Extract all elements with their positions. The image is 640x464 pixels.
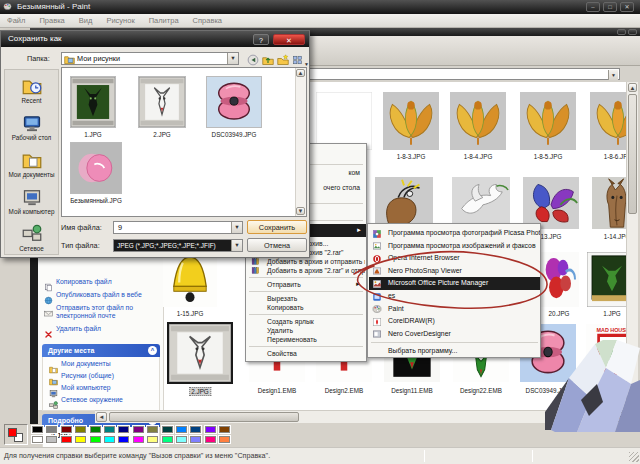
paint-titlebar[interactable]: Безымянный - Paint –□✕ <box>0 0 640 14</box>
menu-item[interactable]: Удалить <box>247 326 365 335</box>
new-folder-icon[interactable] <box>277 52 289 70</box>
dialog-file-thumbnail-DSC03949.JPG[interactable] <box>206 76 262 128</box>
palette-color-swatch[interactable] <box>60 435 73 444</box>
filetype-combobox[interactable]: JPEG (*.JPG;*.JPEG;*.JPE;*.JFIF) ▼ <box>113 239 243 252</box>
file-thumbnail-1-14.JPG[interactable] <box>592 177 626 229</box>
menu-файл[interactable]: Файл <box>0 14 32 28</box>
menu-item[interactable]: Копировать <box>247 303 365 312</box>
menu-вид[interactable]: Вид <box>72 14 100 28</box>
folder-dropdown-icon[interactable]: ▼ <box>227 53 238 64</box>
file-label[interactable]: 2.JPG <box>189 387 211 396</box>
file-thumbnail-dove[interactable] <box>452 177 510 229</box>
scroll-left-icon[interactable]: ◄ <box>96 412 107 422</box>
dialog-file-label[interactable]: DSC03949.JPG <box>212 131 257 138</box>
views-icon[interactable]: ▼ <box>292 52 309 70</box>
close-icon[interactable]: ✕ <box>620 2 634 12</box>
file-label[interactable]: Design22.EMB <box>460 387 502 394</box>
open-with-item-4[interactable]: Microsoft Office Picture Manager <box>369 277 540 290</box>
task-link-mail[interactable]: Отправить этот файл поэлектронной почте <box>44 304 160 322</box>
palette-color-swatch[interactable] <box>161 425 174 434</box>
place-link-label[interactable]: Рисунки (общие) <box>61 372 114 380</box>
open-with-item-1[interactable]: Программа просмотра изображений и факсов <box>369 240 540 253</box>
open-with-item-8[interactable]: Nero CoverDesigner <box>369 328 540 341</box>
menu-item-fragment[interactable]: очего стола <box>323 184 360 191</box>
menu-item[interactable]: Создать ярлык <box>247 317 365 326</box>
open-with-item-2[interactable]: Opera Internet Browser <box>369 252 540 265</box>
help-icon[interactable]: ? <box>253 34 269 45</box>
palette-color-swatch[interactable] <box>103 425 116 434</box>
back-icon[interactable] <box>247 52 259 70</box>
dialog-file-label[interactable]: 2.JPG <box>153 131 171 138</box>
up-folder-icon[interactable] <box>262 52 274 70</box>
save-button[interactable]: Сохранить <box>247 220 307 234</box>
place-link-label[interactable]: Сетевое окружение <box>61 396 123 404</box>
menu-item[interactable]: Добавить в архив "2.rar" и отправить по … <box>247 266 365 275</box>
palette-color-swatch[interactable] <box>132 425 145 434</box>
dialog-file-label[interactable]: 1.JPG <box>84 131 102 138</box>
place-network[interactable]: Сетевое <box>5 224 58 252</box>
vscroll-thumb[interactable] <box>628 94 637 214</box>
menu-рисунок[interactable]: Рисунок <box>99 14 141 28</box>
palette-color-swatch[interactable] <box>204 435 217 444</box>
file-thumbnail-1-8-5.JPG[interactable] <box>520 92 576 150</box>
cancel-button[interactable]: Отмена <box>247 238 307 252</box>
file-label[interactable]: 1-15.JPG <box>177 310 204 317</box>
palette-color-swatch[interactable] <box>117 425 130 434</box>
scroll-up-icon[interactable]: ▲ <box>628 83 637 92</box>
open-with-item-7[interactable]: CorelDRAW(R) <box>369 315 540 328</box>
palette-color-swatch[interactable] <box>189 425 202 434</box>
task-link-del[interactable]: Удалить файл <box>44 325 160 343</box>
open-with-item-3[interactable]: Nero PhotoSnap Viewer <box>369 265 540 278</box>
palette-color-swatch[interactable] <box>146 425 159 434</box>
palette-color-swatch[interactable] <box>45 425 58 434</box>
folder-combobox[interactable]: Мои рисунки ▼ <box>61 52 239 65</box>
menu-item[interactable]: Переименовать <box>247 335 365 344</box>
dialog-file-label[interactable]: Безымянный.JPG <box>70 197 122 204</box>
task-link-label[interactable]: Отправить этот файл поэлектронной почте <box>56 304 133 320</box>
file-label[interactable]: Design11.EMB <box>391 387 433 394</box>
dialog-scrollbar[interactable]: ▲ ▼ <box>295 68 306 216</box>
filename-input[interactable]: 9 ▼ <box>113 221 243 234</box>
file-label[interactable]: 1-14.JPG <box>604 233 626 240</box>
open-with-choose-program[interactable]: Выбрать программу... <box>369 345 540 358</box>
other-places-header[interactable]: Другие места˄ <box>42 344 160 357</box>
menu-item-fragment[interactable]: ком <box>348 169 360 176</box>
place-recent[interactable]: Recent <box>5 76 58 104</box>
filetype-dropdown-icon[interactable]: ▼ <box>231 240 242 251</box>
file-label[interactable]: 20.JPG <box>549 310 570 317</box>
minimize-icon[interactable]: – <box>586 2 600 12</box>
file-label[interactable]: 13.JPG <box>541 233 562 240</box>
palette-color-swatch[interactable] <box>161 435 174 444</box>
task-link-label[interactable]: Удалить файл <box>56 325 101 333</box>
file-thumbnail-1-8-3.JPG[interactable] <box>383 92 439 150</box>
scroll-up-icon[interactable]: ▲ <box>296 69 305 77</box>
menu-item[interactable]: Свойства <box>247 349 365 358</box>
place-link-label[interactable]: Мои документы <box>61 360 111 368</box>
file-label[interactable]: 1-8-4.JPG <box>464 153 493 160</box>
explorer-window-button[interactable] <box>617 29 626 35</box>
menu-item[interactable]: Отправить► <box>247 280 365 289</box>
menu-палитра[interactable]: Палитра <box>142 14 186 28</box>
file-thumbnail-1.JPG[interactable] <box>587 252 626 307</box>
palette-color-swatch[interactable] <box>204 425 217 434</box>
palette-color-swatch[interactable] <box>45 435 58 444</box>
palette-color-swatch[interactable] <box>189 435 202 444</box>
file-thumbnail-blank[interactable] <box>316 92 372 150</box>
file-thumbnail-1-8-6.JPG[interactable] <box>590 92 626 150</box>
filename-dropdown-icon[interactable]: ▼ <box>231 222 242 233</box>
palette-color-swatch[interactable] <box>60 425 73 434</box>
palette-color-swatch[interactable] <box>89 425 102 434</box>
palette-color-swatch[interactable] <box>74 435 87 444</box>
palette-color-swatch[interactable] <box>103 435 116 444</box>
place-link-label[interactable]: Мой компьютер <box>61 384 110 392</box>
open-with-item-6[interactable]: Paint <box>369 303 540 316</box>
file-thumbnail-13.JPG[interactable] <box>523 177 579 229</box>
place-mycomp[interactable]: Мой компьютер <box>5 187 58 215</box>
maximize-icon[interactable]: □ <box>603 2 617 12</box>
scroll-down-icon[interactable]: ▼ <box>296 207 305 215</box>
menu-item[interactable]: Добавить в архив и отправить по e-mail..… <box>247 257 365 266</box>
file-thumbnail-20.JPG[interactable] <box>539 252 579 307</box>
dialog-file-thumbnail-2.JPG[interactable] <box>138 76 186 128</box>
file-thumbnail-1-8-4.JPG[interactable] <box>450 92 506 150</box>
palette-color-swatch[interactable] <box>218 425 231 434</box>
